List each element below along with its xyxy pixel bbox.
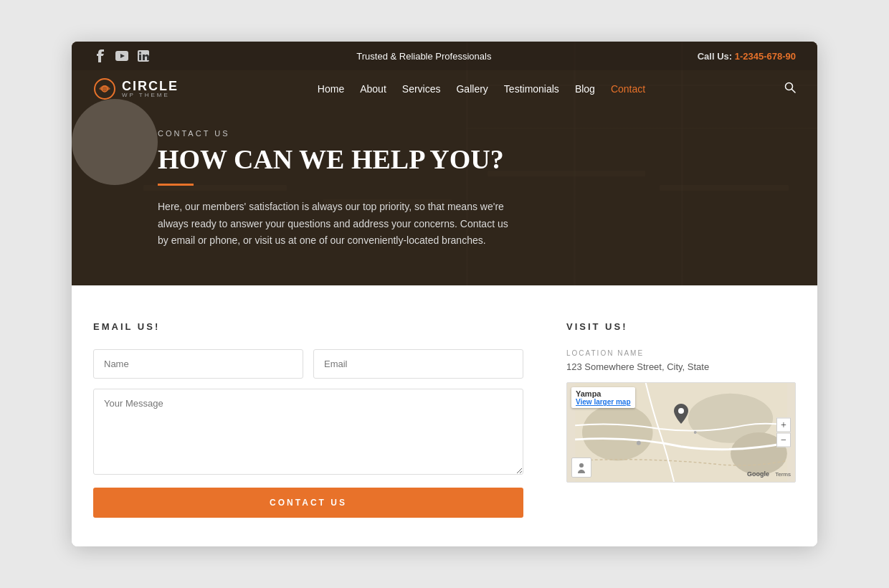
- svg-line-18: [792, 90, 796, 93]
- nav-link-contact[interactable]: Contact: [611, 83, 645, 95]
- nav-link-blog[interactable]: Blog: [575, 83, 595, 95]
- logo-name: CIRCLE: [122, 80, 179, 93]
- map-zoom-controls: + −: [776, 418, 791, 447]
- email-section-title: EMAIL US!: [93, 321, 523, 332]
- svg-point-23: [637, 441, 641, 445]
- hero-content: CONTACT US HOW CAN WE HELP YOU? Here, ou…: [72, 108, 817, 271]
- map-terms: Terms: [775, 471, 791, 478]
- map-larger-link[interactable]: View larger map: [576, 398, 631, 406]
- hero-title: HOW CAN WE HELP YOU?: [158, 145, 796, 175]
- search-icon[interactable]: [784, 82, 796, 96]
- visit-section-title: VISIT US!: [566, 321, 796, 332]
- nav-links: Home About Services Gallery Testimonials…: [318, 82, 645, 95]
- nav-item-testimonials[interactable]: Testimonials: [504, 82, 559, 95]
- navbar: CIRCLE WP THEME Home About Services Gall…: [72, 70, 817, 108]
- location-address: 123 Somewhere Street, City, State: [566, 361, 796, 372]
- nav-item-blog[interactable]: Blog: [575, 82, 595, 95]
- hero-description: Here, our members' satisfaction is alway…: [158, 199, 516, 250]
- map-yampa-label: Yampa: [576, 389, 601, 398]
- hero-section: Trusted & Reliable Professionals Call Us…: [72, 42, 817, 285]
- map-container: Yampa View larger map + −: [566, 382, 796, 483]
- visit-section: VISIT US! LOCATION NAME 123 Somewhere St…: [566, 321, 796, 518]
- map-pin-icon: [674, 404, 688, 427]
- facebook-icon[interactable]: [93, 49, 108, 63]
- page-wrapper: Trusted & Reliable Professionals Call Us…: [72, 42, 817, 546]
- svg-rect-13: [139, 54, 141, 60]
- contact-us-button[interactable]: CONTACT US: [93, 488, 523, 518]
- hero-underline: [158, 184, 194, 186]
- logo[interactable]: CIRCLE WP THEME: [93, 77, 179, 100]
- main-content: EMAIL US! CONTACT US VISIT US! LOCATION …: [72, 285, 817, 546]
- svg-point-26: [579, 463, 584, 468]
- nav-item-services[interactable]: Services: [402, 82, 441, 95]
- nav-link-about[interactable]: About: [360, 83, 386, 95]
- map-street-view-icon[interactable]: [571, 457, 591, 478]
- top-bar: Trusted & Reliable Professionals Call Us…: [72, 42, 817, 70]
- name-input[interactable]: [93, 349, 303, 379]
- nav-item-about[interactable]: About: [360, 82, 386, 95]
- hero-eyebrow: CONTACT US: [158, 129, 796, 138]
- nav-item-contact[interactable]: Contact: [611, 82, 645, 95]
- nav-link-gallery[interactable]: Gallery: [456, 83, 488, 95]
- nav-link-home[interactable]: Home: [318, 83, 344, 95]
- svg-point-24: [694, 431, 697, 434]
- logo-subtitle: WP THEME: [122, 93, 179, 98]
- topbar-phone: Call Us: 1-2345-678-90: [698, 51, 796, 62]
- nav-link-services[interactable]: Services: [402, 83, 441, 95]
- map-place-name: Yampa View larger map: [571, 387, 635, 408]
- email-section: EMAIL US! CONTACT US: [93, 321, 523, 518]
- nav-item-home[interactable]: Home: [318, 82, 344, 95]
- form-name-email-row: [93, 349, 523, 379]
- svg-point-20: [582, 404, 653, 461]
- location-label: LOCATION NAME: [566, 349, 796, 357]
- svg-point-14: [139, 52, 141, 54]
- topbar-tagline: Trusted & Reliable Professionals: [356, 51, 491, 62]
- youtube-icon[interactable]: [115, 49, 129, 63]
- logo-text: CIRCLE WP THEME: [122, 80, 179, 98]
- message-textarea[interactable]: [93, 389, 523, 475]
- linkedin-icon[interactable]: [136, 49, 151, 63]
- map-zoom-in-button[interactable]: +: [776, 418, 791, 432]
- google-logo: Google: [747, 470, 769, 478]
- nav-link-testimonials[interactable]: Testimonials: [504, 83, 559, 95]
- svg-point-25: [678, 408, 684, 414]
- nav-item-gallery[interactable]: Gallery: [456, 82, 488, 95]
- social-icons: [93, 49, 151, 63]
- map-zoom-out-button[interactable]: −: [776, 433, 791, 447]
- email-input[interactable]: [313, 349, 523, 379]
